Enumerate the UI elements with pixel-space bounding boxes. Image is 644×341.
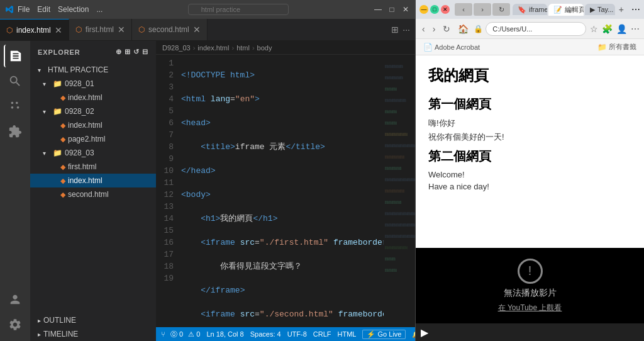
cursor-position[interactable]: Ln 18, Col 8	[206, 330, 243, 338]
outline-label: OUTLINE	[43, 316, 76, 325]
file-0928-03-second[interactable]: ◆ second.html	[30, 187, 156, 201]
file-0928-02-page2[interactable]: ◆ page2.html	[30, 132, 156, 146]
breadcrumb-index-html[interactable]: index.html	[197, 44, 229, 52]
minimap: ░░░░░░░░░░░░ ░░░░░░░░░░░░ ░░░░░░░░ ░░░░░…	[384, 55, 415, 327]
extensions-icon[interactable]	[4, 120, 26, 143]
browser-minimize[interactable]: —	[419, 5, 428, 14]
minimize-button[interactable]: —	[374, 5, 382, 14]
browser-forward2-button[interactable]: ›	[430, 23, 438, 35]
star-button[interactable]: ☆	[589, 23, 599, 35]
browser-back-button[interactable]: ‹	[455, 3, 472, 16]
file-0928-03-index[interactable]: ◆ index.html	[30, 174, 156, 187]
browser-favicon: 🔖	[518, 6, 526, 14]
account-icon[interactable]	[4, 288, 26, 311]
new-tab-button[interactable]: +	[616, 4, 626, 14]
source-control-icon[interactable]	[4, 95, 26, 118]
profile-icon[interactable]: 👤	[615, 23, 628, 35]
folder-arrow: ▾	[43, 81, 50, 87]
browser-tab-tay[interactable]: ▶ Tay... ✕	[585, 4, 615, 15]
browser-more-icon[interactable]: ⋯	[631, 4, 640, 14]
more-icon[interactable]: ⋯	[630, 23, 641, 35]
tab-close-button[interactable]: ✕	[118, 25, 125, 35]
folder-0928-02[interactable]: ▾ 📁 0928_02	[30, 104, 156, 118]
browser-tab-iframe[interactable]: 🔖 iframe ✕	[513, 4, 547, 15]
folder-arrow: ▾	[43, 150, 50, 157]
new-file-icon[interactable]: ⊕	[116, 48, 122, 56]
search-icon[interactable]	[4, 70, 26, 92]
language-mode[interactable]: HTML	[338, 330, 357, 338]
browser-title-bar: — □ ✕ ‹ › ↻ 🔖 iframe ✕ 📝 編輯頁 ✕ ▶ Tay...	[416, 0, 644, 19]
explorer-icon[interactable]	[4, 45, 26, 67]
encoding[interactable]: UTF-8	[287, 330, 307, 338]
browser-refresh-button[interactable]: ↻	[492, 3, 510, 16]
search-bar	[106, 4, 370, 15]
yt-control-bar: ▶	[416, 323, 644, 341]
browser-maximize[interactable]: □	[430, 5, 439, 14]
folder-0928-01[interactable]: ▾ 📁 0928_01	[30, 77, 156, 91]
project-label: HTML PRACTICE	[48, 65, 108, 74]
menu-more[interactable]: ...	[96, 5, 103, 14]
tab-second-html[interactable]: ⬡ second.html ✕	[132, 19, 208, 40]
address-bar-input[interactable]	[486, 22, 586, 36]
timeline-section[interactable]: ▸ TIMELINE	[30, 327, 156, 341]
code-editor[interactable]: 12345 678910 1112131415 16171819 <!DOCTY…	[156, 55, 415, 327]
project-root[interactable]: ▾ HTML PRACTICE	[30, 63, 156, 77]
error-count[interactable]: ⓪ 0	[170, 330, 183, 339]
file-0928-01-index[interactable]: ◆ index.html	[30, 91, 156, 104]
menu-edit[interactable]: Edit	[37, 5, 50, 14]
breadcrumb-body[interactable]: body	[257, 44, 272, 52]
new-folder-icon[interactable]: ⊞	[125, 48, 131, 56]
menu-file[interactable]: File	[18, 5, 30, 14]
tab-close-button[interactable]: ✕	[193, 25, 201, 35]
settings-icon[interactable]	[4, 313, 26, 336]
window-controls: — □ ✕	[374, 5, 410, 14]
browser-refresh2-button[interactable]: ↻	[440, 23, 453, 35]
refresh-icon[interactable]: ↺	[133, 48, 140, 56]
go-live-button[interactable]: ⚡ Go Live	[362, 330, 406, 339]
menu-selection[interactable]: Selection	[58, 5, 89, 14]
tab-icon-html: ⬡	[75, 25, 82, 34]
git-branch[interactable]: ⑂	[161, 330, 165, 338]
browser-home-button[interactable]: 🏠	[455, 23, 471, 35]
bookmark-all[interactable]: 📁 所有書籤	[595, 41, 639, 53]
file-label: page2.html	[68, 135, 105, 143]
extensions-browser-icon[interactable]: 🧩	[601, 23, 614, 35]
maximize-button[interactable]: □	[387, 5, 396, 14]
folder-0928-03[interactable]: ▾ 📁 0928_03	[30, 146, 156, 160]
file-0928-03-first[interactable]: ◆ first.html	[30, 160, 156, 174]
yt-link[interactable]: 在 YouTube 上觀看	[498, 303, 562, 313]
collapse-icon[interactable]: ⊟	[142, 48, 148, 56]
browser-forward-button[interactable]: ›	[474, 3, 491, 16]
browser-nav-buttons: ‹ › ↻	[455, 3, 510, 16]
tab-first-html[interactable]: ⬡ first.html ✕	[69, 19, 132, 40]
file-label: first.html	[68, 162, 96, 171]
more-actions-icon[interactable]: ···	[402, 25, 410, 35]
browser-tab-editor[interactable]: 📝 編輯頁 ✕	[548, 4, 584, 16]
outline-section[interactable]: ▸ OUTLINE	[30, 313, 156, 327]
tab-index-html[interactable]: ⬡ index.html ✕	[0, 19, 69, 40]
tab-icon-html: ⬡	[6, 26, 13, 35]
web-section2-text2: Have a nice day!	[428, 182, 631, 191]
browser-favicon: 📝	[553, 6, 562, 14]
tab-bar: ⬡ index.html ✕ ⬡ first.html ✕ ⬡ second.h…	[0, 19, 415, 41]
web-main-title: 我的網頁	[428, 65, 631, 86]
indentation[interactable]: Spaces: 4	[250, 330, 281, 338]
youtube-section: ! 無法播放影片 在 YouTube 上觀看	[416, 248, 644, 323]
browser-favicon: ▶	[590, 6, 595, 14]
web-section1-title: 第一個網頁	[428, 96, 631, 113]
yt-play-button[interactable]: ▶	[421, 327, 428, 338]
search-input[interactable]	[188, 4, 289, 15]
browser-back2-button[interactable]: ‹	[419, 23, 428, 35]
notification-icon[interactable]: 🔔	[412, 330, 415, 338]
bookmark-adobe[interactable]: 📄 Adobe Acrobat	[421, 42, 482, 53]
bookmarks-right: 📁 所有書籤	[595, 41, 639, 53]
tab-close-button[interactable]: ✕	[55, 25, 62, 35]
warning-count[interactable]: ⚠ 0	[188, 330, 200, 338]
file-0928-02-index[interactable]: ◆ index.html	[30, 118, 156, 132]
breadcrumb-d928-03[interactable]: D928_03	[162, 44, 191, 52]
browser-close[interactable]: ✕	[441, 5, 450, 14]
split-editor-icon[interactable]: ⊞	[391, 25, 399, 35]
breadcrumb-html[interactable]: html	[236, 44, 250, 52]
line-ending[interactable]: CRLF	[313, 330, 331, 338]
close-button[interactable]: ✕	[401, 5, 410, 14]
